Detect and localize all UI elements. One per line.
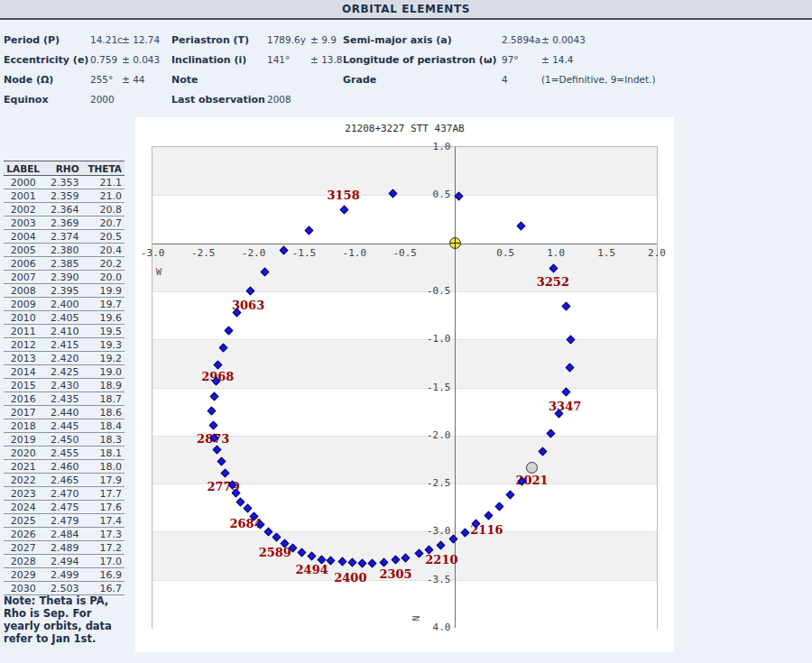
ephem-cell: 2026 bbox=[4, 528, 45, 541]
ephem-cell: 21.0 bbox=[82, 189, 125, 203]
table-row: 20112.41019.5 bbox=[4, 325, 125, 338]
year-label: 2305 bbox=[379, 567, 411, 581]
ephem-cell: 17.6 bbox=[82, 501, 125, 514]
plot-area: -3.0-2.5-2.0-1.5-1.0-0.50.51.01.52.01.00… bbox=[152, 146, 658, 629]
ephem-cell: 20.7 bbox=[82, 216, 125, 230]
table-row: 20212.46018.0 bbox=[4, 460, 125, 474]
ephem-cell: 2.465 bbox=[45, 474, 81, 487]
params-label: Note bbox=[171, 74, 198, 87]
x-tick-label: -2.0 bbox=[242, 247, 265, 259]
params-label: Period (P) bbox=[4, 34, 60, 48]
ephem-cell: 2016 bbox=[4, 392, 45, 406]
ephem-cell: 2014 bbox=[4, 365, 45, 379]
y-tick-label: -1.0 bbox=[412, 333, 450, 345]
params-value: 141° bbox=[267, 54, 290, 68]
orbital-parameters: Period (P)14.21c± 12.74Periastron (T)178… bbox=[0, 27, 812, 117]
table-row: 20082.39519.9 bbox=[4, 284, 125, 298]
table-row: 20062.38520.2 bbox=[4, 257, 125, 271]
ephem-cell: 2022 bbox=[4, 474, 45, 487]
ephem-cell: 2.359 bbox=[45, 189, 81, 203]
ephem-cell: 18.0 bbox=[82, 460, 125, 474]
table-row: 20252.47917.4 bbox=[4, 514, 125, 528]
ephemerides-panel: LABELRHOTHETA20002.35321.120012.35921.02… bbox=[4, 161, 125, 595]
primary-star-marker bbox=[449, 237, 461, 249]
table-row: 20302.50316.7 bbox=[4, 582, 125, 595]
ephem-cell: 18.9 bbox=[82, 379, 125, 392]
params-label: Inclination (i) bbox=[171, 54, 246, 68]
params-label: Grade bbox=[343, 74, 376, 87]
ephem-cell: 2.455 bbox=[45, 447, 81, 460]
ephem-cell: 17.7 bbox=[82, 487, 125, 501]
ephem-cell: 2018 bbox=[4, 419, 45, 433]
note-line: Note: Theta is PA, bbox=[4, 594, 130, 607]
ephem-cell: 2.380 bbox=[45, 244, 81, 257]
table-row: 20012.35921.0 bbox=[4, 189, 125, 203]
ephem-cell: 20.5 bbox=[82, 230, 125, 244]
y-tick-label: 1.0 bbox=[412, 141, 450, 152]
params-value: ± 44 bbox=[122, 74, 145, 87]
ephem-cell: 19.5 bbox=[82, 325, 125, 338]
current-position-marker bbox=[526, 462, 538, 474]
ephem-cell: 18.7 bbox=[82, 392, 125, 406]
x-tick-label: 0.5 bbox=[494, 247, 517, 259]
x-tick-label: 1.5 bbox=[595, 247, 618, 259]
ephem-cell: 2.440 bbox=[45, 406, 81, 419]
table-row: 20182.44518.4 bbox=[4, 419, 125, 433]
ephem-cell: 19.2 bbox=[82, 352, 125, 365]
x-tick-label: 1.0 bbox=[544, 247, 567, 259]
table-row: 20152.43018.9 bbox=[4, 379, 125, 392]
params-value: (1=Definitive, 9=Indet.) bbox=[541, 74, 656, 87]
ephem-cell: 2027 bbox=[4, 541, 45, 555]
ephem-cell: 2.499 bbox=[45, 568, 81, 582]
ephem-cell: 2.353 bbox=[45, 176, 81, 189]
ephem-cell: 2002 bbox=[4, 203, 45, 216]
ephem-cell: 2021 bbox=[4, 460, 45, 474]
params-value: 4 bbox=[502, 74, 508, 87]
ephem-cell: 2.494 bbox=[45, 555, 81, 568]
y-tick-label: -0.5 bbox=[412, 285, 450, 297]
plot-band bbox=[152, 195, 657, 244]
ephem-cell: 21.1 bbox=[82, 176, 125, 189]
ephem-cell: 2.400 bbox=[45, 298, 81, 311]
ephem-cell: 2.420 bbox=[45, 352, 81, 365]
table-row: 20202.45518.1 bbox=[4, 447, 125, 460]
ephem-cell: 2.369 bbox=[45, 216, 81, 230]
ephem-cell: 2028 bbox=[4, 555, 45, 568]
ephem-cell: 2.405 bbox=[45, 311, 81, 325]
params-label: Last observation bbox=[171, 94, 265, 107]
x-tick-label: -1.0 bbox=[343, 247, 366, 259]
params-value: ± 12.74 bbox=[122, 34, 160, 48]
ephem-cell: 20.2 bbox=[82, 257, 125, 271]
x-axis bbox=[152, 244, 657, 244]
note-line: Rho is Sep. For bbox=[4, 607, 130, 620]
ephem-cell: 2013 bbox=[4, 352, 45, 365]
ephem-cell: 2012 bbox=[4, 338, 45, 352]
x-tick-label: -0.5 bbox=[393, 247, 417, 259]
params-value: 14.21c bbox=[90, 34, 123, 48]
ephem-header-cell: LABEL bbox=[4, 161, 45, 176]
ephem-cell: 19.3 bbox=[82, 338, 125, 352]
ephem-cell: 18.1 bbox=[82, 447, 125, 460]
params-value: 97° bbox=[502, 54, 519, 68]
year-label: 2210 bbox=[425, 552, 457, 566]
year-label: 2589 bbox=[259, 546, 291, 559]
ephem-cell: 2.503 bbox=[45, 582, 81, 595]
ephem-cell: 2.460 bbox=[45, 460, 81, 474]
ephem-cell: 2001 bbox=[4, 189, 45, 203]
ephem-cell: 2024 bbox=[4, 501, 45, 514]
ephem-cell: 20.8 bbox=[82, 203, 125, 216]
ephem-cell: 19.9 bbox=[82, 284, 125, 298]
chart-title: 21208+3227 STT 437AB bbox=[135, 123, 674, 134]
ephem-cell: 2.435 bbox=[45, 392, 81, 406]
ephem-cell: 18.3 bbox=[82, 433, 125, 447]
north-axis-label: N bbox=[411, 615, 420, 621]
ephem-cell: 2015 bbox=[4, 379, 45, 392]
page-title: ORBITAL ELEMENTS bbox=[342, 3, 470, 15]
ephem-cell: 2020 bbox=[4, 447, 45, 460]
params-value: 2.5894a bbox=[502, 34, 540, 48]
ephem-cell: 17.2 bbox=[82, 541, 125, 555]
ephem-cell: 2023 bbox=[4, 487, 45, 501]
ephem-cell: 2008 bbox=[4, 284, 45, 298]
ephem-cell: 19.7 bbox=[82, 298, 125, 311]
table-row: 20002.35321.1 bbox=[4, 176, 125, 189]
